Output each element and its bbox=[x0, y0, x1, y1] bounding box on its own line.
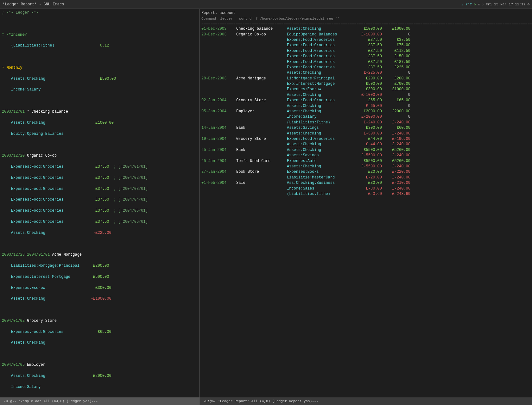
report-entry-3-row2: Exp:Interest:Mortgage £500.00 £700.00 bbox=[200, 81, 532, 87]
txn-income-salary: Income:Salary bbox=[0, 384, 199, 390]
main-container: ; -*- ledger -*- = /*Income/ (Liabilitie… bbox=[0, 9, 532, 397]
assets-checking-periodic: Assets:Checking £500.00 bbox=[0, 76, 199, 82]
report-entry-5-row1: 05-Jan-2004 Employer Assets:Checking £20… bbox=[200, 109, 532, 114]
blank-line-6 bbox=[0, 307, 199, 313]
status-bar-left: -U:@-- example.dat All (64,0) (Ledger ya… bbox=[0, 397, 200, 405]
weather-display: ☁ 7°C bbox=[461, 2, 472, 6]
blank-line-2 bbox=[0, 54, 199, 59]
report-entry-9-row1: 25-Jan-2004 Tom's Used Cars Expenses:Aut… bbox=[200, 159, 532, 164]
report-entry-5-row3: (Liabilities:Tithe) £-240.00 £-240.00 bbox=[200, 120, 532, 125]
blank-line-7 bbox=[0, 351, 199, 357]
status-right-text: -U:@%- *Ledger Report* All (4,0) (Ledger… bbox=[203, 399, 318, 403]
txn-20031220: 2003/12/20 Organic Co-op bbox=[0, 153, 199, 159]
report-entry-3-row4: Assets:Checking £-1000.00 0 bbox=[200, 92, 532, 98]
txn-20031201: 2003/12/01 * Checking balance bbox=[0, 109, 199, 115]
report-entry-4-row2: Assets:Checking £-65.00 0 bbox=[200, 103, 532, 109]
report-divider: ========================================… bbox=[200, 22, 532, 26]
report-entry-2-row2: Expens:Food:Groceries £37.50 £37.50 bbox=[200, 37, 532, 43]
blank-line-8 bbox=[0, 395, 199, 397]
report-entry-2-row6: Expens:Food:Groceries £37.50 £187.50 bbox=[200, 59, 532, 65]
blank-line-3 bbox=[0, 98, 199, 103]
monthly-periodic: ~ Monthly bbox=[0, 65, 199, 71]
txn-grocery-3: Expenses:Food:Groceries £37.50 ; [=2004/… bbox=[0, 186, 199, 192]
title-bar: *Ledger Report* - GNU Emacs ☁ 7°C ↻ ✉ ♪ … bbox=[0, 0, 532, 9]
txn-employer: 2004/01/05 Employer bbox=[0, 362, 199, 368]
blank-line-5 bbox=[0, 241, 199, 246]
report-entry-6-row1: 14-Jan-2004 Bank Assets:Savings £300.00 … bbox=[200, 125, 532, 131]
report-entry-5-row2: Income:Salary £-2000.00 0 bbox=[200, 114, 532, 120]
tithe-line: (Liabilities:Tithe) 0.12 bbox=[0, 43, 199, 48]
right-pane-report[interactable]: Report: account Command: ledger --sort d… bbox=[200, 9, 532, 397]
report-entry-7-row1: 19-Jan-2004 Grocery Store Expens:Food:Gr… bbox=[200, 136, 532, 142]
report-entry-3-row3: Expenses:Escrow £300.00 £1000.00 bbox=[200, 87, 532, 92]
report-entry-2-row4: Expens:Food:Groceries £37.50 £112.50 bbox=[200, 48, 532, 54]
window-title: *Ledger Report* - GNU Emacs bbox=[3, 2, 64, 7]
report-entry-2-row3: Expens:Food:Groceries £37.50 £75.00 bbox=[200, 43, 532, 48]
txn-checking-grocery: Assets:Checking bbox=[0, 340, 199, 346]
report-entry-1: 01-Dec-2003 Checking balance Assets:Chec… bbox=[200, 26, 532, 32]
settings-icon: ⚙ bbox=[527, 2, 529, 6]
txn-grocery-4: Expenses:Food:Groceries £37.50 ; [=2004/… bbox=[0, 197, 199, 202]
txn-checking-neg225: Assets:Checking -£225.00 bbox=[0, 230, 199, 236]
txn-grocery-2: Expenses:Food:Groceries £37.50 ; [=2004/… bbox=[0, 175, 199, 181]
income-heading: = /*Income/ bbox=[0, 32, 199, 38]
txn-grocery-store-0102: 2004/01/02 Grocery Store bbox=[0, 318, 199, 324]
txn-grocery-1: Expenses:Food:Groceries £37.50 ; [=2004/… bbox=[0, 164, 199, 170]
report-entry-8-row2: Assets:Savings £-5500.00 £-240.00 bbox=[200, 153, 532, 158]
txn-mortgage-principal: Liabilities:Mortgage:Principal £200.00 bbox=[0, 263, 199, 269]
report-entry-11-row3: (Liabilities:Tithe) £-3.60 £-243.60 bbox=[200, 191, 532, 197]
report-entry-8-row1: 25-Jan-2004 Bank Assets:Checking £5500.0… bbox=[200, 147, 532, 153]
txn-mortgage-interest: Expenses:Interest:Mortgage £500.00 bbox=[0, 274, 199, 280]
report-entry-2-row7: Expens:Food:Groceries £37.50 £225.00 bbox=[200, 65, 532, 70]
report-entry-10-row2: Liabilitie:MasterCard £-20.00 £-240.00 bbox=[200, 175, 532, 180]
txn-escrow: Expenses:Escrow £300.00 bbox=[0, 285, 199, 291]
report-entry-2-row8: Assets:Checking £-225.00 0 bbox=[200, 70, 532, 76]
txn-grocery-5: Expenses:Food:Groceries £37.50 ; [=2004/… bbox=[0, 208, 199, 214]
report-entry-2-row1: 20-Dec-2003 Organic Co-op Equip:Opening … bbox=[200, 32, 532, 37]
datetime-display: Fri 15 Mar 17:11:19 bbox=[486, 3, 525, 6]
report-entry-6-row2: Assets:Checking £-300.00 £-240.00 bbox=[200, 131, 532, 136]
status-left-text: -U:@-- example.dat All (64,0) (Ledger ya… bbox=[4, 399, 98, 403]
status-bar-right: -U:@%- *Ledger Report* All (4,0) (Ledger… bbox=[200, 397, 532, 405]
txn-checking-2000: Assets:Checking £2000.00 bbox=[0, 373, 199, 379]
report-header: Report: account bbox=[200, 10, 532, 16]
email-icon: ✉ bbox=[478, 2, 480, 6]
txn-acme: 2003/12/28=2004/01/01 Acme Mortgage bbox=[0, 252, 199, 258]
txn-grocery-6: Expenses:Food:Groceries £37.50 ; [=2004/… bbox=[0, 219, 199, 225]
report-entry-9-row2: Assets:Checking £-5500.00 £-240.00 bbox=[200, 164, 532, 169]
report-entry-4-row1: 02-Jan-2004 Grocery Store Expens:Food:Gr… bbox=[200, 98, 532, 103]
txn-checking-neg1000: Assets:Checking -£1000.00 bbox=[0, 296, 199, 302]
income-salary-periodic: Income:Salary bbox=[0, 87, 199, 92]
blank-line-1 bbox=[0, 21, 199, 27]
txn-20031201-equity: Equity:Opening Balances bbox=[0, 131, 199, 137]
refresh-icon: ↻ bbox=[474, 2, 476, 6]
comment-header: ; -*- ledger -*- bbox=[0, 10, 199, 16]
report-entry-11-row2: Income:Sales £-30.00 £-240.00 bbox=[200, 186, 532, 191]
report-entry-10-row1: 27-Jan-2004 Book Store Expenses:Books £2… bbox=[200, 169, 532, 175]
left-pane-editor[interactable]: ; -*- ledger -*- = /*Income/ (Liabilitie… bbox=[0, 9, 200, 397]
volume-icon: ♪ bbox=[482, 3, 484, 6]
report-entry-2-row5: Expens:Food:Groceries £37.50 £150.00 bbox=[200, 54, 532, 59]
txn-20031201-checking: Assets:Checking £1000.00 bbox=[0, 120, 199, 126]
title-bar-right: ☁ 7°C ↻ ✉ ♪ Fri 15 Mar 17:11:19 ⚙ bbox=[461, 2, 529, 6]
status-bar: -U:@-- example.dat All (64,0) (Ledger ya… bbox=[0, 397, 532, 405]
txn-grocery-65: Expenses:Food:Groceries £65.00 bbox=[0, 329, 199, 335]
title-bar-left: *Ledger Report* - GNU Emacs bbox=[3, 2, 64, 7]
report-entry-7-row2: Assets:Checking £-44.00 £-240.00 bbox=[200, 142, 532, 147]
report-entry-3-row1: 28-Dec-2003 Acme Mortgage Li:Mortgage:Pr… bbox=[200, 76, 532, 81]
report-entry-11-row1: 01-Feb-2004 Sale Ass:Checking:Business £… bbox=[200, 180, 532, 186]
report-command: Command: ledger --sort d -f /home/borbus… bbox=[200, 16, 532, 22]
blank-line-4 bbox=[0, 142, 199, 147]
